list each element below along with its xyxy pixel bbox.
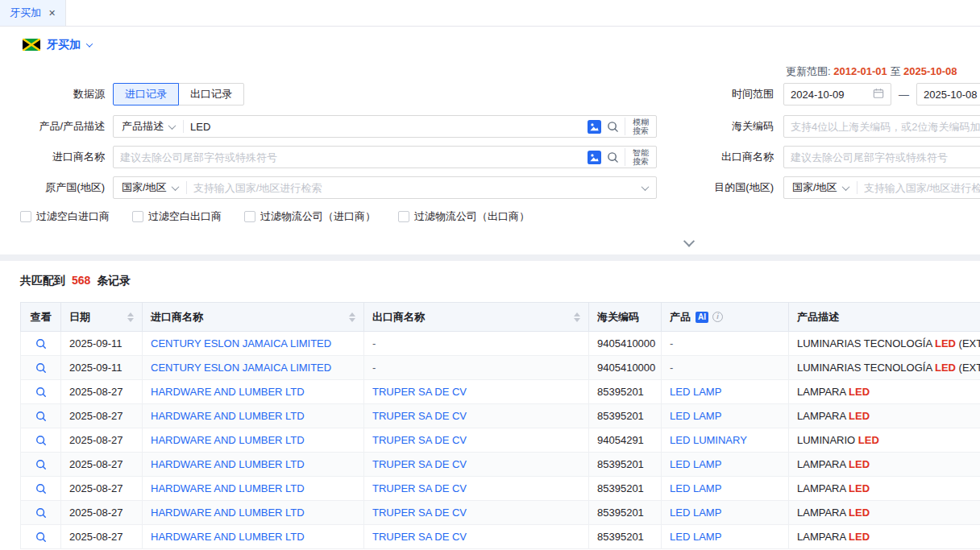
origin-label: 原产国(地区)	[0, 176, 105, 199]
data-source-toggle: 进口记录出口记录	[113, 83, 244, 105]
checkbox-box[interactable]	[244, 211, 255, 222]
info-icon[interactable]: i	[712, 312, 723, 322]
view-detail-button[interactable]	[35, 411, 47, 422]
product-link[interactable]: LED LAMP	[670, 507, 721, 519]
exporter-field[interactable]	[783, 146, 980, 168]
origin-select[interactable]: 国家/地区	[114, 180, 186, 195]
filter-checkbox-3[interactable]: 过滤物流公司（出口商）	[398, 209, 529, 224]
calendar-icon[interactable]	[873, 88, 884, 101]
filter-checkbox-0[interactable]: 过滤空白进口商	[20, 209, 110, 224]
tab-label: 牙买加	[10, 6, 41, 20]
fuzzy-search-button[interactable]: 模糊 搜索	[625, 118, 656, 135]
view-detail-button[interactable]	[35, 531, 47, 543]
column-header-2[interactable]: 进口商名称	[143, 303, 364, 332]
update-range: 更新范围: 2012-01-01 至 2025-10-08	[786, 64, 957, 79]
table-row: 2025-08-27HARDWARE AND LUMBER LTDTRUPER …	[21, 525, 980, 549]
importer-link[interactable]: HARDWARE AND LUMBER LTD	[151, 531, 305, 543]
close-icon[interactable]: ✕	[48, 8, 56, 19]
cell-hs-code: 85395201	[589, 501, 662, 525]
chevron-down-icon[interactable]	[86, 40, 93, 47]
filter-checkbox-1[interactable]: 过滤空白出口商	[132, 209, 222, 224]
importer-link[interactable]: HARDWARE AND LUMBER LTD	[151, 482, 305, 494]
tab-jamaica[interactable]: 牙买加 ✕	[0, 0, 66, 26]
product-link[interactable]: LED LAMP	[670, 482, 721, 494]
product-search-group: 产品描述 模糊 搜索	[113, 115, 657, 138]
fuzzy-search-line1: 模糊	[633, 118, 649, 126]
origin-input[interactable]	[187, 177, 642, 198]
date-to-input[interactable]	[916, 83, 980, 105]
description-text: LAMPARA	[797, 458, 849, 470]
description-text: (EXT	[956, 362, 980, 374]
sort-icon[interactable]	[349, 312, 355, 322]
time-range-label: 时间范围	[669, 83, 774, 105]
product-link[interactable]: LED LAMP	[670, 458, 721, 470]
cell-view	[21, 453, 61, 477]
exporter-input[interactable]	[784, 147, 980, 167]
view-detail-button[interactable]	[35, 362, 47, 374]
column-header-1[interactable]: 日期	[61, 303, 143, 332]
importer-link[interactable]: HARDWARE AND LUMBER LTD	[151, 410, 305, 422]
exporter-link[interactable]: TRUPER SA DE CV	[372, 434, 467, 446]
destination-select[interactable]: 国家/地区	[784, 180, 857, 195]
country-name[interactable]: 牙买加	[47, 38, 81, 52]
description-text: LAMPARA	[797, 531, 849, 543]
product-link[interactable]: LED LAMP	[670, 410, 721, 422]
checkbox-box[interactable]	[398, 211, 409, 222]
image-search-icon[interactable]	[588, 120, 601, 134]
table-header-row: 查看日期进口商名称出口商名称海关编码产品AIi产品描述	[21, 303, 980, 332]
view-detail-button[interactable]	[35, 459, 47, 470]
checkbox-box[interactable]	[20, 211, 31, 222]
image-search-icon[interactable]	[588, 151, 601, 164]
source-option-0[interactable]: 进口记录	[113, 83, 179, 105]
search-icon[interactable]	[607, 151, 619, 163]
product-field-select[interactable]: 产品描述	[114, 119, 183, 134]
cell-product: LED LAMP	[662, 453, 789, 477]
date-from-input[interactable]	[783, 83, 891, 105]
cell-hs-code: 85395201	[589, 404, 662, 428]
importer-link[interactable]: CENTURY ESLON JAMAICA LIMITED	[151, 362, 331, 374]
cell-description: LAMPARA LED	[789, 404, 980, 428]
sort-icon[interactable]	[127, 312, 134, 322]
sort-icon[interactable]	[574, 312, 580, 322]
exporter-link[interactable]: TRUPER SA DE CV	[372, 458, 467, 470]
hs-code-input[interactable]	[784, 116, 980, 137]
product-input[interactable]	[184, 116, 588, 137]
importer-link[interactable]: HARDWARE AND LUMBER LTD	[151, 434, 305, 446]
view-detail-button[interactable]	[35, 387, 47, 398]
exporter-link[interactable]: TRUPER SA DE CV	[372, 482, 467, 494]
column-header-3[interactable]: 出口商名称	[364, 303, 589, 332]
cell-date: 2025-09-11	[61, 332, 143, 356]
importer-link[interactable]: HARDWARE AND LUMBER LTD	[151, 386, 305, 398]
exporter-link[interactable]: TRUPER SA DE CV	[372, 507, 467, 519]
cell-view	[21, 380, 61, 404]
view-detail-button[interactable]	[35, 338, 47, 349]
view-detail-button[interactable]	[35, 483, 47, 494]
filter-checkbox-2[interactable]: 过滤物流公司（进口商）	[244, 209, 376, 224]
exporter-link[interactable]: TRUPER SA DE CV	[372, 531, 467, 543]
cell-product: LED LAMP	[662, 380, 789, 404]
exporter-link[interactable]: TRUPER SA DE CV	[372, 410, 467, 422]
importer-link[interactable]: HARDWARE AND LUMBER LTD	[151, 507, 305, 519]
table-row: 2025-08-27HARDWARE AND LUMBER LTDTRUPER …	[21, 428, 980, 453]
checkbox-box[interactable]	[132, 211, 143, 222]
hs-code-field[interactable]	[783, 115, 980, 138]
product-link[interactable]: LED LAMP	[670, 531, 721, 543]
exporter-link[interactable]: TRUPER SA DE CV	[372, 386, 467, 398]
update-range-from: 2012-01-01	[833, 65, 887, 77]
destination-input[interactable]	[858, 177, 980, 198]
importer-link[interactable]: CENTURY ESLON JAMAICA LIMITED	[151, 337, 331, 349]
search-icon[interactable]	[607, 121, 619, 133]
importer-input[interactable]	[114, 147, 588, 167]
date-from-value[interactable]	[784, 84, 873, 105]
date-to-value[interactable]	[917, 84, 980, 105]
cell-date: 2025-09-11	[61, 356, 143, 380]
chevron-down-icon	[642, 183, 650, 191]
smart-search-button[interactable]: 智能 搜索	[625, 148, 656, 166]
product-link[interactable]: LED LAMP	[670, 386, 721, 398]
collapse-toggle[interactable]	[675, 234, 703, 252]
view-detail-button[interactable]	[35, 507, 47, 519]
product-link[interactable]: LED LUMINARY	[670, 434, 747, 446]
importer-link[interactable]: HARDWARE AND LUMBER LTD	[151, 458, 305, 470]
view-detail-button[interactable]	[35, 435, 47, 446]
source-option-1[interactable]: 出口记录	[178, 83, 244, 105]
